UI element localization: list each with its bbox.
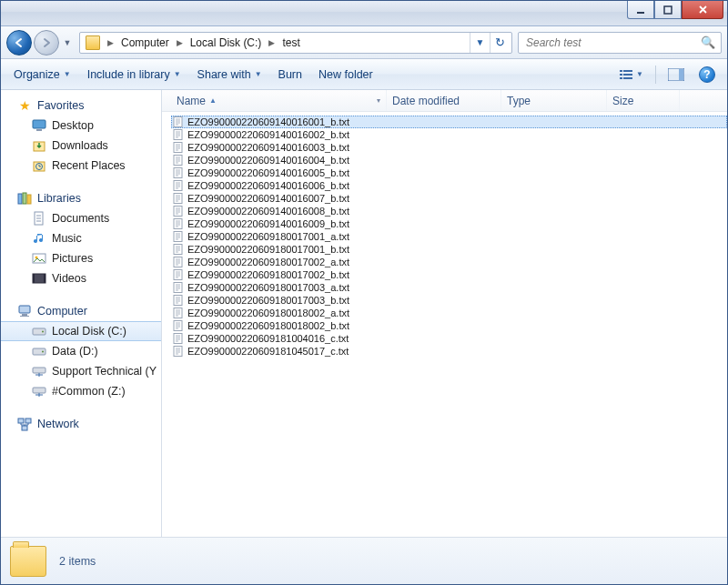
svg-rect-35 [22, 426, 27, 430]
star-icon: ★ [17, 98, 32, 113]
organize-menu[interactable]: Organize▼ [8, 65, 76, 85]
nav-history-dropdown[interactable]: ▼ [61, 34, 74, 52]
body: ★ Favorites DesktopDownloadsRecent Place… [1, 90, 727, 537]
back-button[interactable] [6, 30, 32, 55]
organize-label: Organize [14, 68, 60, 81]
file-row[interactable]: EZO990000220609180017003_b.txt [171, 294, 727, 307]
search-box[interactable]: 🔍 [518, 32, 722, 54]
view-menu[interactable]: ▼ [614, 66, 648, 84]
breadcrumb-segment[interactable]: Local Disk (C:) [187, 35, 266, 51]
preview-pane-button[interactable] [663, 66, 689, 84]
minimize-button[interactable] [627, 1, 654, 19]
file-row[interactable]: EZO990000220609140016004_b.txt [171, 154, 727, 166]
address-bar[interactable]: ▶ Computer ▶ Local Disk (C:) ▶ test ▼ ↻ [79, 32, 512, 54]
network-header[interactable]: Network [1, 414, 161, 434]
file-row[interactable]: EZO990000220609140016009_b.txt [171, 217, 727, 230]
svg-rect-49 [174, 283, 182, 293]
text-file-icon [173, 129, 184, 140]
chevron-right-icon[interactable]: ▶ [173, 38, 187, 47]
text-file-icon [173, 308, 184, 318]
search-input[interactable] [524, 35, 701, 50]
text-file-icon [173, 116, 184, 127]
column-date[interactable]: Date modified [387, 90, 501, 111]
breadcrumb-label: Computer [121, 36, 169, 49]
divider [655, 66, 656, 84]
file-row[interactable]: EZO990000220609180017003_a.txt [171, 281, 727, 294]
forward-button[interactable] [34, 30, 59, 55]
include-in-library-menu[interactable]: Include in library▼ [82, 65, 187, 85]
file-list[interactable]: EZO990000220609140016001_b.txtEZO9900002… [162, 112, 727, 537]
file-name: EZO990000220609180017001_a.txt [187, 230, 349, 243]
file-name: EZO990000220609180017002_b.txt [187, 268, 349, 281]
column-name[interactable]: Name ▲ ▾ [171, 90, 387, 111]
file-row[interactable]: EZO990000220609180018002_a.txt [171, 307, 727, 319]
sidebar-item-computer[interactable]: Local Disk (C:) [1, 321, 161, 341]
file-name: EZO990000220609180017001_b.txt [187, 243, 349, 256]
svg-rect-52 [174, 321, 182, 331]
favorites-header[interactable]: ★ Favorites [1, 96, 161, 116]
computer-label: Computer [37, 305, 87, 318]
sidebar-item-libraries[interactable]: Pictures [1, 248, 161, 268]
sidebar-item-favorites[interactable]: Desktop [1, 116, 161, 136]
column-type[interactable]: Type [501, 90, 607, 111]
close-button[interactable] [682, 1, 723, 19]
svg-rect-43 [174, 207, 182, 217]
computer-header[interactable]: Computer [1, 301, 161, 321]
music-icon [32, 231, 46, 246]
file-name: EZO990000220609140016003_b.txt [187, 141, 349, 154]
libraries-label: Libraries [37, 192, 81, 205]
share-with-menu[interactable]: Share with▼ [192, 65, 268, 85]
new-folder-button[interactable]: New folder [313, 65, 379, 85]
address-dropdown[interactable]: ▼ [470, 33, 490, 53]
sidebar-item-libraries[interactable]: Documents [1, 208, 161, 228]
column-size[interactable]: Size [607, 90, 680, 111]
file-row[interactable]: EZO990000220609180017002_b.txt [171, 268, 727, 281]
text-file-icon [173, 244, 184, 255]
burn-button[interactable]: Burn [273, 65, 308, 85]
file-row[interactable]: EZO990000220609180017001_a.txt [171, 230, 727, 243]
breadcrumb-segment[interactable]: Computer [117, 35, 173, 51]
sidebar-item-computer[interactable]: Support Technical (Y [1, 361, 161, 381]
file-name: EZO990000220609181045017_c.txt [187, 345, 349, 358]
file-row[interactable]: EZO990000220609180017001_b.txt [171, 243, 727, 256]
help-button[interactable]: ? [694, 64, 720, 86]
netdrive-icon [32, 384, 46, 398]
chevron-right-icon[interactable]: ▶ [104, 38, 117, 47]
file-row[interactable]: EZO990000220609181045017_c.txt [171, 345, 727, 358]
svg-rect-22 [33, 274, 35, 283]
text-file-icon [173, 218, 184, 229]
maximize-button[interactable] [654, 1, 682, 19]
breadcrumb-segment[interactable]: test [278, 35, 303, 51]
file-row[interactable]: EZO990000220609140016001_b.txt [171, 116, 727, 128]
network-icon [17, 417, 32, 431]
file-row[interactable]: EZO990000220609140016006_b.txt [171, 179, 727, 192]
file-row[interactable]: EZO990000220609140016003_b.txt [171, 141, 727, 154]
sidebar-item-computer[interactable]: Data (D:) [1, 341, 161, 361]
file-row[interactable]: EZO990000220609181004016_c.txt [171, 332, 727, 345]
sidebar-item-computer[interactable]: #Common (Z:) [1, 381, 161, 401]
column-dropdown-icon[interactable]: ▾ [377, 96, 380, 105]
sidebar-item-libraries[interactable]: Videos [1, 268, 161, 288]
refresh-button[interactable]: ↻ [490, 33, 510, 53]
svg-rect-47 [174, 257, 182, 267]
text-file-icon [173, 193, 184, 204]
file-name: EZO990000220609180018002_b.txt [187, 319, 349, 332]
chevron-right-icon[interactable]: ▶ [265, 38, 278, 47]
sidebar-item-libraries[interactable]: Music [1, 228, 161, 248]
column-label: Size [612, 95, 633, 107]
sidebar-item-favorites[interactable]: Downloads [1, 136, 161, 156]
search-icon: 🔍 [701, 35, 715, 49]
file-row[interactable]: EZO990000220609140016005_b.txt [171, 166, 727, 179]
libraries-header[interactable]: Libraries [1, 188, 161, 208]
favorites-label: Favorites [37, 99, 84, 112]
file-row[interactable]: EZO990000220609140016007_b.txt [171, 192, 727, 205]
file-row[interactable]: EZO990000220609140016008_b.txt [171, 205, 727, 217]
file-name: EZO990000220609140016002_b.txt [187, 128, 349, 141]
file-row[interactable]: EZO990000220609140016002_b.txt [171, 128, 727, 141]
column-label: Type [507, 95, 531, 107]
svg-rect-41 [174, 181, 182, 191]
sidebar-item-label: Data (D:) [52, 345, 98, 358]
sidebar-item-favorites[interactable]: Recent Places [1, 156, 161, 176]
file-row[interactable]: EZO990000220609180017002_a.txt [171, 256, 727, 268]
file-row[interactable]: EZO990000220609180018002_b.txt [171, 319, 727, 332]
